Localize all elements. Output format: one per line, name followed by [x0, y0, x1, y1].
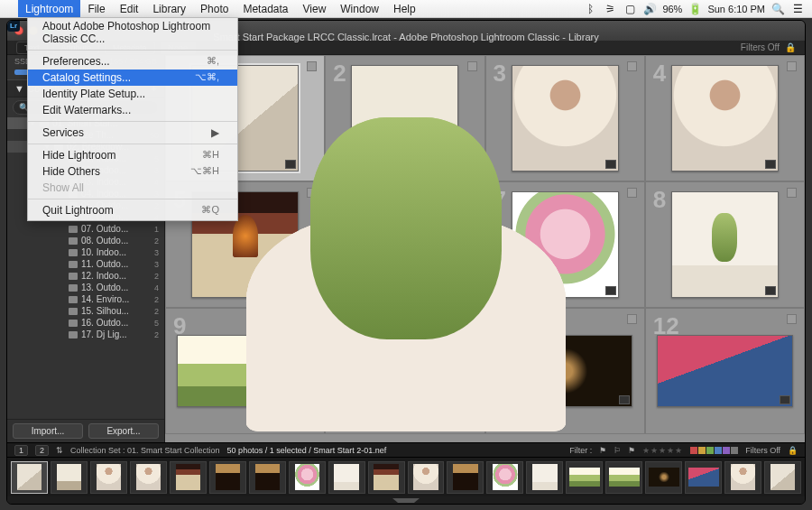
color-label-filter[interactable]: [690, 447, 738, 454]
battery-icon[interactable]: 🔋: [687, 3, 702, 15]
filmstrip-thumbnail[interactable]: [764, 461, 801, 494]
menubar-metadata[interactable]: Metadata: [235, 0, 295, 17]
menubar-lightroom[interactable]: Lightroom: [18, 0, 80, 17]
menu-identity-plate[interactable]: Identity Plate Setup...: [28, 86, 237, 102]
filmstrip[interactable]: [7, 457, 805, 496]
filmstrip-thumbnail[interactable]: [90, 461, 127, 494]
sort-icon[interactable]: ⇅: [56, 446, 63, 455]
menu-preferences[interactable]: Preferences...⌘,: [28, 53, 237, 70]
bluetooth-icon[interactable]: ᛒ: [583, 3, 597, 15]
cell-index: 8: [653, 186, 666, 214]
filmstrip-thumbnail[interactable]: [645, 461, 682, 494]
filmstrip-thumbnail[interactable]: [170, 461, 207, 494]
grid-cell[interactable]: 4: [645, 55, 805, 181]
thumbnail[interactable]: [671, 65, 779, 172]
collection-item[interactable]: 08. Outdo...2: [7, 235, 164, 246]
filter-label: Filter :: [569, 446, 592, 455]
flag-toggle[interactable]: [787, 188, 797, 198]
filmstrip-thumbnail[interactable]: [209, 461, 246, 494]
collection-item[interactable]: 11. Outdo...3: [7, 258, 164, 270]
mac-menu-bar: Lightroom File Edit Library Photo Metada…: [0, 0, 812, 18]
filmstrip-thumbnail[interactable]: [289, 461, 326, 494]
lock-icon[interactable]: 🔒: [788, 446, 798, 455]
menubar-library[interactable]: Library: [145, 0, 193, 17]
filmstrip-thumbnail[interactable]: [447, 461, 484, 494]
filmstrip-collapse-handle[interactable]: [7, 496, 805, 504]
menu-show-all: Show All: [28, 180, 237, 196]
filmstrip-thumbnail[interactable]: [486, 461, 523, 494]
menubar-help[interactable]: Help: [386, 0, 423, 17]
filmstrip-thumbnail[interactable]: [11, 461, 48, 494]
collection-item[interactable]: 17. Dj Lig...2: [7, 329, 164, 340]
filmstrip-thumbnail[interactable]: [328, 461, 365, 494]
import-button[interactable]: Import...: [13, 423, 83, 439]
menubar-edit[interactable]: Edit: [113, 0, 146, 17]
export-button[interactable]: Export...: [88, 423, 159, 439]
rating-filter[interactable]: ★★★★★: [642, 446, 683, 455]
filters-off-label[interactable]: Filters Off: [741, 42, 780, 52]
flag-toggle[interactable]: [627, 314, 637, 324]
filmstrip-thumbnail[interactable]: [566, 461, 603, 494]
collection-item[interactable]: 13. Outdo...4: [7, 282, 164, 293]
breadcrumb[interactable]: Collection Set : 01. Smart Start Collect…: [70, 446, 220, 455]
collection-item[interactable]: 12. Indoo...2: [7, 270, 164, 282]
menu-catalog-settings[interactable]: Catalog Settings...⌥⌘,: [28, 70, 237, 86]
wifi-icon[interactable]: ⚞: [603, 3, 617, 15]
collection-item[interactable]: 14. Enviro...2: [7, 293, 164, 305]
flag-toggle[interactable]: [467, 61, 477, 71]
menu-about[interactable]: About Adobe Photoshop Lightroom Classic …: [28, 18, 237, 47]
spotlight-icon[interactable]: 🔍: [770, 3, 785, 15]
notification-center-icon[interactable]: ☰: [790, 3, 805, 15]
flag-toggle[interactable]: [787, 61, 797, 71]
lightroom-menu-dropdown: About Adobe Photoshop Lightroom Classic …: [27, 18, 238, 221]
lock-icon[interactable]: 🔒: [785, 42, 796, 52]
filters-off[interactable]: Filters Off: [745, 446, 780, 455]
filmstrip-thumbnail[interactable]: [368, 461, 405, 494]
grid-size-1[interactable]: 1: [14, 445, 28, 456]
flag-unflagged-icon[interactable]: ⚐: [614, 446, 621, 455]
grid-size-2[interactable]: 2: [35, 445, 49, 456]
filmstrip-thumbnail[interactable]: [249, 461, 286, 494]
cell-index: 4: [653, 60, 666, 88]
menubar-view[interactable]: View: [296, 0, 334, 17]
menubar-file[interactable]: File: [80, 0, 112, 17]
filmstrip-thumbnail[interactable]: [408, 461, 445, 494]
collection-item[interactable]: 15. Silhou...2: [7, 305, 164, 317]
menubar-window[interactable]: Window: [333, 0, 386, 17]
grid-cell[interactable]: 12: [645, 308, 805, 434]
thumbnail[interactable]: [657, 335, 793, 407]
collection-item[interactable]: 10. Indoo...3: [7, 246, 164, 258]
flag-toggle[interactable]: [627, 188, 637, 198]
filmstrip-thumbnail[interactable]: [605, 461, 642, 494]
window-close-button[interactable]: [14, 26, 23, 35]
flag-picked-icon[interactable]: ⚑: [599, 446, 606, 455]
menu-hide-lightroom[interactable]: Hide Lightroom⌘H: [28, 147, 237, 163]
grid-cell[interactable]: 8: [645, 181, 805, 308]
photo-count: 50 photos / 1 selected / Smart Start 2-0…: [227, 446, 387, 455]
collection-item[interactable]: 16. Outdo...5: [7, 317, 164, 329]
menu-quit[interactable]: Quit Lightroom⌘Q: [28, 202, 237, 218]
collection-item[interactable]: 07. Outdo...1: [7, 223, 164, 235]
menubar-photo[interactable]: Photo: [193, 0, 235, 17]
thumbnail[interactable]: [512, 65, 619, 172]
flag-toggle[interactable]: [307, 61, 317, 71]
filmstrip-thumbnail[interactable]: [526, 461, 563, 494]
volume-icon[interactable]: 🔊: [642, 3, 657, 15]
clock[interactable]: Sun 6:10 PM: [707, 4, 765, 14]
filmstrip-thumbnail[interactable]: [685, 461, 722, 494]
thumbnail-badge-icon: [765, 286, 776, 295]
filmstrip-thumbnail[interactable]: [130, 461, 167, 494]
cell-index: 3: [494, 60, 506, 88]
flag-toggle[interactable]: [787, 314, 797, 324]
thumbnail[interactable]: [671, 191, 779, 299]
menu-hide-others[interactable]: Hide Others⌥⌘H: [28, 163, 237, 180]
filmstrip-thumbnail[interactable]: [51, 461, 88, 494]
flag-rejected-icon[interactable]: ⚑: [628, 446, 635, 455]
flag-toggle[interactable]: [627, 61, 637, 71]
menu-services[interactable]: Services▶: [28, 125, 237, 141]
airplay-icon[interactable]: ▢: [623, 3, 637, 15]
menu-edit-watermarks[interactable]: Edit Watermarks...: [28, 102, 237, 118]
filmstrip-thumbnail[interactable]: [724, 461, 761, 494]
grid-cell[interactable]: 3: [485, 55, 645, 181]
volume-percentage: 96%: [662, 4, 682, 14]
